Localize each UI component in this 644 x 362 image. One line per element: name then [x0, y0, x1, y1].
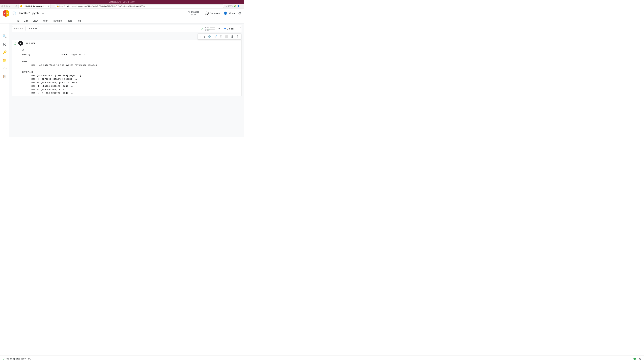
output-man-header: MAN(1) Manual pager utils	[22, 53, 239, 57]
disk-resource-row: Disk	[205, 29, 215, 31]
output-name-section: NAME	[22, 60, 239, 63]
output-synopsis-4: man -l [man options] file ...	[22, 88, 239, 91]
settings-icon[interactable]: ⚙	[238, 11, 242, 15]
disk-bar-fill	[210, 29, 210, 30]
output-header: ⇄	[22, 48, 239, 52]
tab-favicon	[20, 5, 22, 7]
gemini-star-icon: ✦	[224, 27, 226, 30]
sidebar-secrets-icon[interactable]: 🔑	[1, 49, 8, 56]
connected-check-icon: ✓	[201, 26, 204, 31]
sidebar-variables-icon[interactable]: {x}	[1, 41, 8, 48]
browser-tab[interactable]: co Untitled1.ipynb - Colab ... ✕	[18, 4, 51, 8]
comment-label: Comment	[210, 12, 220, 15]
plus-text-icon: +	[29, 27, 30, 30]
browser-controls	[1, 5, 8, 7]
sidebar: ☰ 🔍 {x} 🔑 📁 <> 📋	[0, 23, 10, 137]
new-tab-icon[interactable]: +	[52, 5, 54, 8]
sidebar-terminal-icon[interactable]: 📋	[1, 73, 8, 80]
cell-execution-time: 0s	[14, 44, 16, 45]
sidebar-files-icon[interactable]: 📁	[1, 57, 8, 64]
cell-toolbar: ↑ ↓ 🔗 📄 ⚙ ⬜ 🗑 ⋮	[198, 33, 241, 39]
output-synopsis-2: man -K [man options] [section] term ...	[22, 81, 239, 84]
output-synopsis-1: man -k [apropos options] regexp ...	[22, 77, 239, 81]
menu-help[interactable]: Help	[75, 19, 84, 23]
expand-cell-icon[interactable]: ⬜	[224, 34, 229, 39]
favorite-star-icon[interactable]: ☆	[42, 11, 44, 15]
cell-output: ⇄ MAN(1) Manual pager utils NAME man - a…	[12, 46, 241, 96]
share-button[interactable]: 👤 Share	[224, 11, 235, 15]
code-cell: ↑ ↓ 🔗 📄 ⚙ ⬜ 🗑 ⋮ ✓ 0s !man man	[12, 40, 242, 96]
browser-right-icons: ☆ 100% 🧩 👤 ⋮	[225, 5, 243, 7]
browser-min-btn[interactable]	[4, 5, 5, 7]
cell-code-content[interactable]: !man man	[24, 42, 240, 44]
cell-settings-icon[interactable]: ⚙	[219, 34, 223, 39]
add-code-button[interactable]: + + Code	[12, 26, 26, 31]
collapse-toolbar-icon[interactable]: ⌃	[239, 27, 242, 30]
app-header: CO 📄 Untitled1.ipynb ☆ All changes saved…	[0, 9, 244, 18]
colab-logo: CO	[3, 10, 10, 17]
disk-label: Disk	[205, 29, 209, 31]
reload-icon[interactable]: ⟳	[16, 5, 18, 7]
all-changes-saved: All changes saved	[188, 10, 199, 16]
drive-doc-icon: 📄	[12, 11, 16, 15]
cell-code-text: man man	[26, 42, 36, 44]
move-down-icon[interactable]: ↓	[203, 34, 206, 39]
content-area: + + Code + + Text ✓ RAM Disk	[10, 23, 244, 137]
add-code-label: + Code	[16, 27, 23, 30]
gemini-button[interactable]: ✦ Gemini	[222, 26, 236, 31]
ram-label: RAM	[205, 26, 209, 28]
copy-link-icon[interactable]: 🔗	[207, 34, 212, 39]
title-bar: Untitled1.ipynb - Colab 1 Nightly	[0, 0, 244, 4]
tab-title: co Untitled1.ipynb - Colab ...	[23, 5, 46, 7]
output-synopsis-section: SYNOPSIS	[22, 70, 239, 74]
sidebar-code-icon[interactable]: <>	[1, 65, 8, 72]
gemini-label: Gemini	[227, 27, 234, 30]
menu-bar: File Edit View Insert Runtime Tools Help	[0, 18, 244, 23]
more-cell-options-icon[interactable]: ⋮	[236, 34, 240, 39]
menu-tools[interactable]: Tools	[64, 19, 74, 23]
extensions-icon[interactable]: 🧩	[234, 5, 236, 7]
bookmark-icon[interactable]: ☆	[225, 5, 227, 7]
sidebar-toc-icon[interactable]: ☰	[1, 25, 8, 31]
ram-disk-widget: RAM Disk	[205, 26, 215, 31]
comment-button[interactable]: 💬 Comment	[204, 11, 220, 15]
add-comment-cell-icon[interactable]: 📄	[213, 34, 218, 39]
tab-close-icon[interactable]: ✕	[48, 5, 49, 7]
forward-icon[interactable]: →	[12, 5, 14, 7]
toolbar-row: + + Code + + Text ✓ RAM Disk	[12, 25, 242, 32]
output-blank1	[22, 56, 239, 60]
delete-cell-icon[interactable]: 🗑	[230, 34, 234, 39]
lock-icon: 🔒	[57, 5, 59, 7]
output-synopsis-3: man -f [whatis options] page ...	[22, 84, 239, 88]
cell-input: ✓ 0s !man man	[12, 40, 241, 46]
output-name-desc: man - an interface to the system referen…	[22, 63, 239, 67]
colab-logo-text: CO	[3, 10, 10, 17]
notebook-title: Untitled1.ipynb	[19, 11, 39, 15]
cell-check-icon: ✓	[14, 41, 16, 44]
url-text: https://colab.research.google.com/drive/…	[60, 5, 146, 7]
menu-edit[interactable]: Edit	[22, 19, 30, 23]
move-up-icon[interactable]: ↑	[199, 34, 202, 39]
resources-dropdown-icon[interactable]: ▼	[218, 27, 220, 30]
address-bar[interactable]: 🔒 https://colab.research.google.com/driv…	[55, 4, 224, 8]
run-cell-button[interactable]	[18, 41, 23, 45]
share-icon: 👤	[224, 11, 228, 15]
browser-close-btn[interactable]	[1, 5, 3, 7]
menu-file[interactable]: File	[14, 19, 21, 23]
browser-chrome: ← → ⟳ co Untitled1.ipynb - Colab ... ✕ +…	[0, 4, 244, 9]
account-icon[interactable]: 👤	[237, 5, 240, 7]
browser-max-btn[interactable]	[6, 5, 8, 7]
menu-view[interactable]: View	[31, 19, 40, 23]
menu-insert[interactable]: Insert	[40, 19, 50, 23]
main-area: ☰ 🔍 {x} 🔑 📁 <> 📋 + + Code + + Text ✓ RAM	[0, 23, 244, 137]
back-icon[interactable]: ←	[9, 5, 11, 7]
output-synopsis-5: man -w|-W [man options] page ...	[22, 91, 239, 95]
browser-menu-icon[interactable]: ⋮	[241, 5, 243, 7]
menu-runtime[interactable]: Runtime	[51, 19, 64, 23]
add-text-label: + Text	[31, 27, 37, 30]
ram-resource-row: RAM	[205, 26, 215, 28]
sidebar-search-icon[interactable]: 🔍	[1, 33, 8, 39]
output-fold-icon[interactable]: ⇄	[22, 48, 24, 52]
add-text-button[interactable]: + + Text	[27, 26, 39, 31]
ram-bar	[210, 27, 215, 28]
